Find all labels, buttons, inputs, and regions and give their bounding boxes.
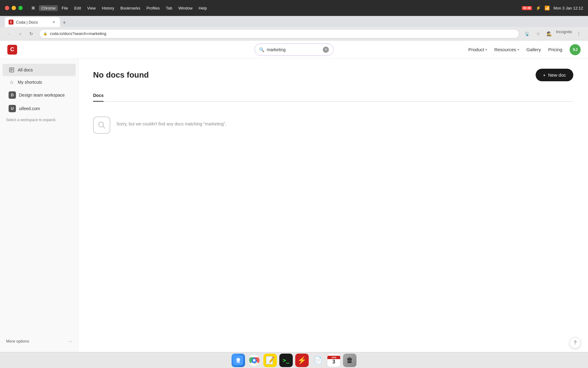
resources-dropdown-icon: ▾	[518, 48, 519, 51]
menu-bar: ⌘ Chrome File Edit View History Bookmark…	[29, 4, 209, 12]
dock-chrome[interactable]	[247, 354, 261, 367]
svg-line-5	[103, 126, 105, 128]
tabs-bar: Docs	[93, 90, 573, 102]
help-button[interactable]: ?	[570, 337, 581, 348]
page-header: No docs found + New doc	[93, 69, 573, 81]
workspace-hint: Select a workspace to expand.	[0, 115, 78, 125]
battery-badge: 00:38	[522, 6, 532, 10]
tab-menu[interactable]: Tab	[163, 5, 175, 11]
app-navbar: C 🔍 ✕ Product ▾ Resources ▾ Gallery Pric…	[0, 40, 588, 59]
svg-rect-8	[236, 362, 240, 363]
tab-favicon: C	[9, 20, 13, 25]
bolt-icon: ⚡	[536, 6, 541, 10]
browser-chrome: ‹ › ↻ 🔒 coda.io/docs?search=marketing 📡 …	[0, 27, 588, 40]
dock-trash[interactable]: 🗑	[343, 354, 356, 367]
sidebar-item-shortcuts[interactable]: ☆ My shortcuts	[2, 76, 76, 88]
empty-state: Sorry, but we couldn't find any docs mat…	[93, 112, 573, 139]
pricing-nav-link[interactable]: Pricing	[548, 47, 562, 52]
dock-textedit[interactable]: 📄	[311, 354, 325, 367]
view-menu[interactable]: View	[85, 5, 98, 11]
main-content: No docs found + New doc Docs Sorry, but …	[78, 59, 588, 352]
resources-label: Resources	[494, 47, 516, 52]
reload-button[interactable]: ↻	[27, 29, 36, 38]
page-title: No docs found	[93, 70, 149, 80]
edit-menu[interactable]: Edit	[72, 5, 83, 11]
bookmarks-menu[interactable]: Bookmarks	[118, 5, 143, 11]
sidebar-bottom: More options ···	[0, 335, 78, 347]
all-docs-icon	[9, 67, 15, 73]
design-workspace-icon: D	[9, 91, 16, 99]
dock-finder[interactable]	[232, 354, 245, 367]
search-input[interactable]	[267, 47, 320, 52]
pricing-label: Pricing	[548, 47, 562, 52]
traffic-lights	[5, 6, 23, 10]
app-wrapper: C 🔍 ✕ Product ▾ Resources ▾ Gallery Pric…	[0, 40, 588, 352]
dock: 📝 >_ ⚡ 📄 JAN 3 🗑	[0, 352, 588, 368]
dock-terminal[interactable]: >_	[279, 354, 293, 367]
search-container: 🔍 ✕	[254, 44, 334, 56]
empty-state-message: Sorry, but we couldn't find any docs mat…	[116, 117, 226, 126]
svg-point-7	[236, 358, 240, 362]
browser-nav-buttons: ‹ › ↻	[5, 29, 36, 38]
product-nav-link[interactable]: Product ▾	[468, 47, 487, 52]
file-menu[interactable]: File	[59, 5, 70, 11]
cast-icon[interactable]: 📡	[523, 29, 531, 38]
lock-icon: 🔒	[43, 32, 47, 36]
new-doc-plus-icon: +	[543, 72, 546, 78]
wifi-icon: 📶	[545, 6, 550, 10]
history-menu[interactable]: History	[100, 5, 117, 11]
app-body: All docs ☆ My shortcuts D Design team wo…	[0, 59, 588, 352]
uifeed-workspace-icon: U	[9, 105, 16, 112]
sidebar-item-design-workspace[interactable]: D Design team workspace	[2, 88, 76, 102]
user-avatar[interactable]: SJ	[570, 44, 581, 55]
gallery-nav-link[interactable]: Gallery	[526, 47, 541, 52]
fullscreen-button[interactable]	[18, 6, 23, 10]
new-doc-label: New doc	[548, 72, 566, 78]
chrome-menu[interactable]: Chrome	[39, 5, 58, 11]
new-tab-button[interactable]: +	[60, 18, 69, 27]
coda-logo[interactable]: C	[7, 45, 17, 55]
new-doc-button[interactable]: + New doc	[536, 69, 573, 81]
more-options-icon: ···	[69, 339, 72, 343]
browser-tab-bar: C Coda | Docs ✕ +	[0, 16, 588, 27]
window-menu[interactable]: Window	[176, 5, 195, 11]
shortcuts-label: My shortcuts	[18, 80, 42, 85]
incognito-label: Incognito	[556, 29, 572, 38]
time-display: Mon 3 Jan 12:12	[553, 6, 583, 10]
more-options-button[interactable]: More options ···	[6, 339, 72, 343]
all-docs-label: All docs	[18, 67, 33, 72]
dock-notes[interactable]: 📝	[263, 354, 277, 367]
tab-close-button[interactable]: ✕	[51, 19, 56, 25]
close-button[interactable]	[5, 6, 9, 10]
dock-calendar[interactable]: JAN 3	[327, 354, 341, 367]
resources-nav-link[interactable]: Resources ▾	[494, 47, 519, 52]
uifeed-label: uifeed.com	[19, 106, 40, 111]
search-clear-button[interactable]: ✕	[323, 47, 329, 53]
address-bar[interactable]: 🔒 coda.io/docs?search=marketing	[39, 29, 519, 38]
gallery-label: Gallery	[526, 47, 541, 52]
dock-bolt[interactable]: ⚡	[295, 354, 309, 367]
more-button[interactable]: ⋮	[575, 29, 583, 38]
design-workspace-label: Design team workspace	[19, 93, 65, 98]
nav-right: Product ▾ Resources ▾ Gallery Pricing SJ	[468, 44, 581, 55]
sidebar: All docs ☆ My shortcuts D Design team wo…	[0, 59, 78, 352]
apple-menu[interactable]: ⌘	[29, 5, 38, 11]
minimize-button[interactable]	[12, 6, 16, 10]
sidebar-item-all-docs[interactable]: All docs	[2, 64, 76, 76]
tab-docs[interactable]: Docs	[93, 90, 104, 102]
bookmark-icon[interactable]: ☆	[534, 29, 542, 38]
browser-tab-active[interactable]: C Coda | Docs ✕	[5, 17, 60, 27]
search-icon: 🔍	[259, 47, 264, 52]
sidebar-item-uifeed[interactable]: U uifeed.com	[2, 102, 76, 115]
star-icon: ☆	[9, 79, 15, 85]
titlebar: ⌘ Chrome File Edit View History Bookmark…	[0, 0, 588, 16]
tab-title: Coda | Docs	[16, 20, 38, 25]
more-options-label: More options	[6, 339, 29, 343]
empty-search-icon	[93, 117, 110, 134]
browser-actions: 📡 ☆ 🕵 Incognito ⋮	[523, 29, 583, 38]
help-menu[interactable]: Help	[196, 5, 209, 11]
forward-button[interactable]: ›	[16, 29, 24, 38]
product-label: Product	[468, 47, 484, 52]
profiles-menu[interactable]: Profiles	[144, 5, 162, 11]
back-button[interactable]: ‹	[5, 29, 13, 38]
